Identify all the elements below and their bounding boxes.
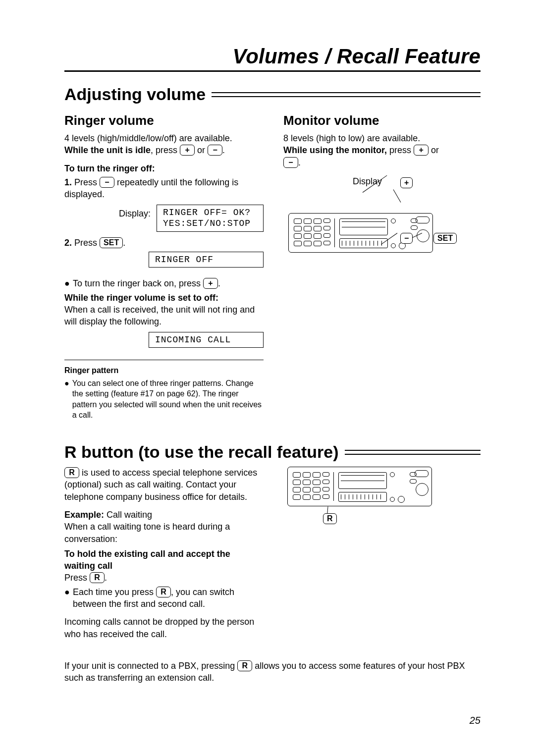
device-lid-icon (415, 470, 428, 477)
ringer-heading: Ringer volume (64, 112, 264, 129)
bullet-dot-icon: ● (64, 586, 70, 610)
callout-r: R (323, 513, 337, 524)
minus-key-icon: − (283, 157, 298, 168)
ringer-idle-line: While the unit is idle, press + or −. (64, 144, 264, 156)
turn-off-heading: To turn the ringer off: (64, 162, 264, 174)
thin-rule (64, 360, 264, 360)
monitor-using-line: While using the monitor, press + or −. (283, 144, 481, 168)
device-lid-icon (416, 216, 429, 223)
section-r-button: R button (to use the recall feature) (64, 442, 481, 462)
r-key-icon: R (156, 587, 171, 597)
recall-intro: R is used to access special telephone se… (64, 467, 263, 503)
step2-c: . (123, 238, 125, 248)
step1-num: 1. (64, 177, 72, 187)
idle-mid: , press (151, 145, 180, 155)
nodrop: Incoming calls cannot be dropped by the … (64, 616, 263, 640)
callout-line (393, 189, 401, 202)
lcd1-line2: YES:SET/NO:STOP (163, 218, 251, 228)
minus-key-icon: − (100, 177, 114, 188)
keypad-icon (293, 472, 334, 501)
using-prefix: While using the monitor, (283, 145, 387, 155)
pattern-heading: Ringer pattern (64, 365, 264, 376)
example-label: Example: (64, 510, 104, 520)
section-adjusting-volume: Adjusting volume (64, 85, 481, 104)
lcd-3: INCOMING CALL (149, 332, 264, 348)
device-strip-icon (338, 492, 387, 502)
device-icon (287, 467, 432, 506)
lcd-1: RINGER OFF= OK? YES:SET/NO:STOP (157, 205, 264, 232)
lcd-1-wrap: Display: RINGER OFF= OK? YES:SET/NO:STOP (119, 205, 264, 232)
idle-end: . (222, 145, 225, 155)
step-2: 2. Press SET. (64, 237, 264, 249)
example-body: When a call waiting tone is heard during… (64, 521, 263, 545)
bullet-dot-icon: ● (64, 277, 70, 289)
step2-b: Press (72, 238, 100, 248)
pattern-bullet: ● You can select one of three ringer pat… (64, 378, 264, 421)
lcd1-line1: RINGER OFF= OK? (163, 208, 251, 217)
step2-num: 2. (64, 238, 72, 248)
callout-set: SET (433, 233, 457, 244)
hold-heading: To hold the existing call and accept the… (64, 548, 263, 572)
jog-dial-icon (417, 229, 429, 242)
lcd-screen-icon (338, 472, 387, 489)
turn-off-steps-2: 2. Press SET. (64, 237, 264, 249)
monitor-levels: 8 levels (high to low) are available. (283, 132, 481, 144)
page-title: Volumes / Recall Feature (64, 45, 481, 72)
recall-example: Example: Call waiting (64, 509, 263, 521)
monitor-heading: Monitor volume (283, 112, 481, 129)
switch-a: Each time you press (73, 587, 156, 597)
idle-or: or (195, 145, 208, 155)
recall-columns: R is used to access special telephone se… (64, 467, 481, 640)
set-off-heading: While the ringer volume is set to off: (64, 292, 264, 304)
press-prefix: Press (64, 573, 90, 583)
example-name: Call waiting (104, 510, 152, 520)
using-or: or (428, 145, 439, 155)
ringer-back-on: ● To turn the ringer back on, press +. (64, 277, 264, 289)
plus-key-icon: + (203, 278, 218, 289)
display-label: Display: (119, 205, 151, 219)
set-off-body: When a call is received, the unit will n… (64, 304, 264, 328)
switch-bullet: ● Each time you press R, you can switch … (64, 586, 263, 610)
page-number: 25 (470, 715, 481, 726)
jog-dial-icon (416, 483, 428, 496)
ringer-column: Ringer volume 4 levels (high/middle/low/… (64, 109, 264, 423)
section-rule (212, 92, 481, 97)
keypad-icon (294, 218, 335, 247)
set-key-icon: SET (100, 237, 123, 248)
press-r-line: Press R. (64, 572, 263, 584)
switch-text: Each time you press R, you can switch be… (73, 586, 263, 610)
section-rule (345, 450, 481, 455)
monitor-figure: Display (283, 168, 481, 277)
using-end: . (298, 158, 301, 167)
back-on-text: To turn the ringer back on, press +. (73, 277, 220, 289)
back-on-a: To turn the ringer back on, press (73, 278, 203, 288)
bullet-dot-icon: ● (64, 378, 69, 421)
recall-figure: R (282, 467, 481, 546)
idle-prefix: While the unit is idle (64, 145, 151, 155)
plus-key-icon: + (180, 145, 195, 156)
plus-key-icon: + (414, 145, 428, 156)
r-key-icon: R (90, 572, 105, 583)
pbx-note: If your unit is connected to a PBX, pres… (64, 660, 481, 684)
step-1: 1. Press − repeatedly until the followin… (64, 176, 264, 201)
monitor-column: Monitor volume 8 levels (high to low) ar… (283, 109, 481, 423)
callout-plus: + (400, 177, 413, 188)
using-mid: press (387, 145, 414, 155)
recall-figure-column: R (282, 467, 481, 640)
callout-minus: − (400, 233, 413, 244)
pbx-a: If your unit is connected to a PBX, pres… (64, 661, 237, 671)
minus-key-icon: − (208, 145, 222, 156)
turn-off-steps: 1. Press − repeatedly until the followin… (64, 176, 264, 201)
ringer-levels: 4 levels (high/middle/low/off) are avail… (64, 132, 264, 144)
lcd-2: RINGER OFF (149, 252, 264, 268)
press-suffix: . (105, 573, 107, 583)
adjusting-columns: Ringer volume 4 levels (high/middle/low/… (64, 109, 481, 423)
section-heading: Adjusting volume (64, 85, 206, 104)
recall-text-column: R is used to access special telephone se… (64, 467, 263, 640)
pattern-body: You can select one of three ringer patte… (72, 378, 264, 421)
r-key-icon: R (64, 467, 79, 478)
back-on-b: . (218, 278, 220, 288)
section-heading: R button (to use the recall feature) (64, 442, 339, 462)
step1-b: Press (72, 177, 100, 187)
lcd-screen-icon (339, 218, 388, 235)
